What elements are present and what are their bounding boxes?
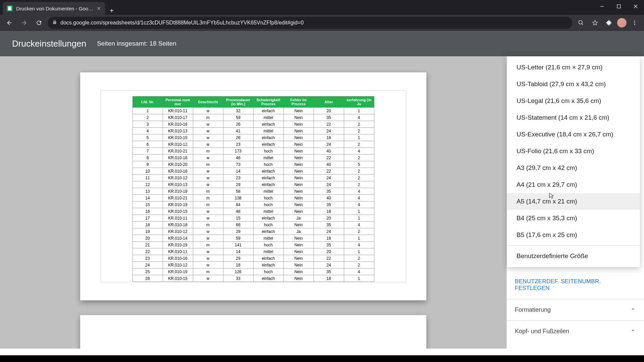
window-close-button[interactable] <box>627 0 644 13</box>
table-row: 15KR.010-19m84hochNein354 <box>132 201 374 208</box>
paper-size-option[interactable]: US-Executive (18,4 cm x 26,7 cm) <box>507 126 640 143</box>
url-bar[interactable]: docs.google.com/spreadsheets/d/1cz3cDUFS… <box>48 17 572 29</box>
table-cell: 40 <box>314 161 344 168</box>
table-cell: einfach <box>253 262 283 268</box>
table-cell: 10 <box>132 168 163 175</box>
dropdown-divider <box>507 245 640 246</box>
table-cell: 4 <box>344 201 374 208</box>
table-cell: KR.010-20 <box>163 161 193 168</box>
table-row: 2KR.010-17m59mittelNein354 <box>132 114 374 121</box>
table-cell: Nein <box>283 141 314 148</box>
table-cell: m <box>193 161 223 168</box>
browser-menu-icon[interactable] <box>629 17 641 29</box>
paper-size-option[interactable]: US-Letter (21,6 cm × 27,9 cm) <box>507 59 640 76</box>
zoom-icon[interactable] <box>575 17 587 29</box>
table-cell: w <box>193 155 223 161</box>
browser-tab[interactable]: Drucken von Dokumenten - Goo… ✕ <box>3 2 105 15</box>
paper-size-option[interactable]: US-Statement (14 cm x 21,6 cm) <box>507 109 640 126</box>
table-cell: 35 <box>314 201 344 208</box>
table-cell: Nein <box>283 134 314 141</box>
paper-size-dropdown: US-Letter (21,6 cm × 27,9 cm)US-Tabloid … <box>507 56 640 267</box>
table-cell: 18 <box>314 208 344 215</box>
table-row: 25KR.010-19m126hochNein354 <box>132 268 374 275</box>
table-cell: 24 <box>314 262 344 268</box>
paper-size-option[interactable]: B4 (25 cm x 35,3 cm) <box>507 210 640 227</box>
table-row: 5KR.010-15w26einfachNein181 <box>132 134 374 141</box>
table-cell: Nein <box>283 268 314 275</box>
table-cell: 4 <box>344 188 374 195</box>
table-row: 1KR.010-11w32einfachNein201 <box>132 108 374 114</box>
formatting-section[interactable]: Formatierung <box>507 299 644 320</box>
paper-size-option[interactable]: A5 (14,7 cm x 21 cm) <box>507 193 640 210</box>
custom-page-breaks-link[interactable]: BENUTZERDEF. SEITENUMBR. FESTLEGEN <box>507 271 644 299</box>
table-header: Lfd. Nr. <box>132 97 163 108</box>
table-cell: 2 <box>132 114 163 121</box>
table-cell: 22 <box>314 155 344 161</box>
nav-reload-button[interactable] <box>33 17 45 29</box>
table-cell: m <box>193 195 223 201</box>
svg-line-5 <box>582 23 583 25</box>
paper-size-option[interactable]: B5 (17,6 cm x 25 cm) <box>507 227 640 243</box>
table-cell: KR.010-12 <box>163 141 193 148</box>
table-cell: Nein <box>283 248 314 255</box>
table-cell: 4 <box>344 148 374 155</box>
extensions-icon[interactable] <box>603 17 615 29</box>
table-cell: 17 <box>132 215 163 222</box>
table-cell: einfach <box>253 134 283 141</box>
chevron-down-icon <box>630 306 636 314</box>
table-cell: 141 <box>223 242 253 248</box>
table-cell: mittel <box>253 114 283 121</box>
table-cell: einfach <box>253 181 283 188</box>
table-cell: 26 <box>223 134 253 141</box>
table-row: 16KR.010-15w48mittelNein181 <box>132 208 374 215</box>
paper-size-option[interactable]: US-Legal (21,6 cm x 35,6 cm) <box>507 93 640 109</box>
table-row: 7KR.010-21m173hochNein404 <box>132 148 374 155</box>
table-row: 23KR.010-16w29einfachNein222 <box>132 255 374 262</box>
table-cell: w <box>193 208 223 215</box>
table-cell: 20 <box>314 215 344 222</box>
table-cell: m <box>193 148 223 155</box>
new-tab-button[interactable]: + <box>105 7 118 15</box>
window-minimize-button[interactable] <box>594 0 610 13</box>
table-cell: 40 <box>314 195 344 201</box>
table-cell: 2 <box>344 128 374 134</box>
window-maximize-button[interactable] <box>610 0 627 13</box>
table-cell: 2 <box>344 121 374 128</box>
table-cell: 1 <box>344 134 374 141</box>
nav-back-button[interactable] <box>3 17 15 29</box>
table-cell: 24 <box>314 228 344 235</box>
header-footer-section[interactable]: Kopf- und Fußzeilen <box>507 320 644 342</box>
table-cell: 41 <box>223 128 253 134</box>
paper-size-option[interactable]: US-Tabloid (27,9 cm x 43,2 cm) <box>507 76 640 93</box>
table-cell: w <box>193 235 223 242</box>
paper-size-option[interactable]: A4 (21 cm x 29,7 cm) <box>507 176 640 193</box>
table-cell: Nein <box>283 242 314 248</box>
table-cell: 5 <box>344 161 374 168</box>
table-cell: 4 <box>344 114 374 121</box>
table-cell: 20 <box>314 108 344 114</box>
table-row: 22KR.010-11w14mittelNein201 <box>132 248 374 255</box>
table-cell: 4 <box>344 268 374 275</box>
table-cell: Ja <box>283 228 314 235</box>
table-cell: einfach <box>253 108 283 114</box>
profile-avatar[interactable] <box>617 18 627 27</box>
table-cell: 9 <box>132 161 163 168</box>
table-cell: 173 <box>223 148 253 155</box>
table-row: 13KR.010-19m58mittelNein354 <box>132 188 374 195</box>
header-footer-label: Kopf- und Fußzeilen <box>515 328 569 335</box>
tab-close-icon[interactable]: ✕ <box>97 5 101 12</box>
table-cell: KR.010-13 <box>163 181 193 188</box>
paper-size-option[interactable]: A3 (29,7 cm x 42 cm) <box>507 160 640 176</box>
page-count-label: Seiten insgesamt: 18 Seiten <box>97 40 176 47</box>
nav-forward-button[interactable] <box>18 17 30 29</box>
table-cell: Nein <box>283 161 314 168</box>
page-title: Druckeinstellungen <box>12 39 86 49</box>
table-cell: mittel <box>253 128 283 134</box>
table-cell: KR.010-19 <box>163 242 193 248</box>
bookmark-icon[interactable] <box>589 17 601 29</box>
custom-size-option[interactable]: Benutzerdefinierte Größe <box>507 248 640 264</box>
table-cell: 1 <box>344 208 374 215</box>
table-cell: Nein <box>283 181 314 188</box>
paper-size-option[interactable]: US-Folio (21,6 cm x 33 cm) <box>507 143 640 160</box>
table-cell: KR.010-21 <box>163 195 193 201</box>
